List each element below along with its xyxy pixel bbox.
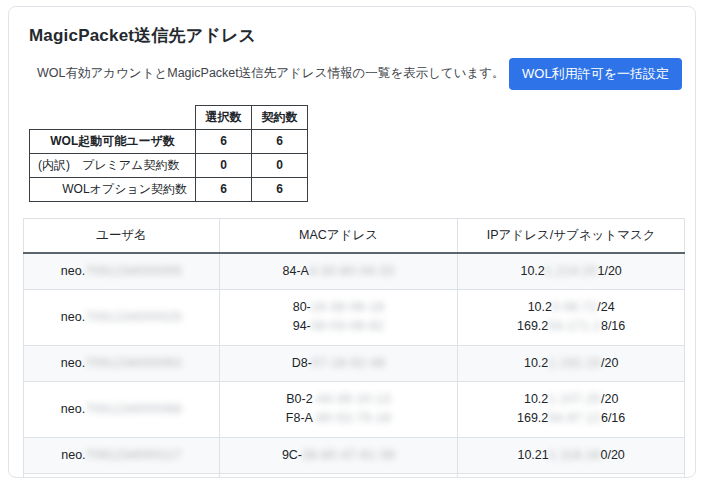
- redacted-text: 7091234000068: [85, 402, 182, 416]
- summary-selected-value: 6: [196, 177, 252, 201]
- summary-header-row: 選択数 契約数: [30, 105, 308, 129]
- mac-cell: 00-1-30-40-38-12: [219, 474, 457, 478]
- summary-col-contracted: 契約数: [252, 105, 308, 129]
- mac-cell: 80-18-38-06-18 94-08-03-08-82: [219, 289, 457, 345]
- summary-col-selected: 選択数: [196, 105, 252, 129]
- summary-label: (内訳) プレミアム契約数: [30, 153, 196, 177]
- address-table-header-row: ユーザ名 MACアドレス IPアドレス/サブネットマスク: [24, 218, 685, 253]
- username-cell: neo.7091234000063: [24, 345, 220, 381]
- summary-row-wol-option: WOLオプション契約数 6 6: [30, 177, 308, 201]
- mac-cell: 9C-38-80-47-81-38: [219, 437, 457, 473]
- username-cell: neo.7091234000140: [24, 474, 220, 478]
- magicpacket-card: MagicPacket送信先アドレス WOL有効アカウントとMagicPacke…: [8, 6, 696, 478]
- redacted-text: 7091234000005: [85, 264, 182, 278]
- redacted-text: 18-38-06-18: [311, 300, 385, 314]
- col-header-ip: IPアドレス/サブネットマスク: [458, 218, 685, 253]
- username-cell: neo.7091234000068: [24, 382, 220, 438]
- redacted-text: 0.98.72: [552, 300, 597, 314]
- mac-cell: B0-2-44-39-10-13 F8-A-80-52-75-18: [219, 382, 457, 438]
- table-row: neo.7091234000068 B0-2-44-39-10-13 F8-A-…: [24, 382, 685, 438]
- redacted-text: 1.118.18: [549, 448, 601, 462]
- summary-corner-cell: [30, 105, 196, 129]
- redacted-text: 54.171.2: [548, 319, 601, 333]
- table-row: neo.7091234000063 D8-07-18-92-48 10.21.1…: [24, 345, 685, 381]
- summary-label: WOL起動可能ユーザ数: [30, 129, 196, 153]
- redacted-text: -80-52-75-18: [313, 411, 391, 425]
- col-header-mac: MACアドレス: [219, 218, 457, 253]
- ip-cell: 172.25.84.96/20: [458, 474, 685, 478]
- username-cell: neo.7091234000117: [24, 437, 220, 473]
- summary-contracted-value: 6: [252, 177, 308, 201]
- page-description: WOL有効アカウントとMagicPacket送信先アドレス情報の一覧を表示してい…: [37, 65, 505, 82]
- redacted-text: -44-39-10-13: [313, 392, 391, 406]
- summary-selected-value: 0: [196, 153, 252, 177]
- redacted-text: 7091234000117: [86, 448, 182, 462]
- page-title: MagicPacket送信先アドレス: [29, 24, 682, 47]
- summary-contracted-value: 6: [252, 129, 308, 153]
- table-row: neo.7091234000117 9C-38-80-47-81-38 10.2…: [24, 437, 685, 473]
- redacted-text: 4-30-80-04-33: [309, 264, 395, 278]
- ip-cell: 10.21.192.15/20: [458, 345, 685, 381]
- ip-cell: 10.20.98.72/24 169.254.171.28/16: [458, 289, 685, 345]
- redacted-text: 7091234000063: [85, 356, 182, 370]
- username-cell: neo.7091234000005: [24, 253, 220, 290]
- redacted-text: 08-03-08-82: [311, 319, 385, 333]
- redacted-text: 7091234000025: [85, 310, 182, 324]
- redacted-text: 1.192.15: [548, 356, 601, 370]
- redacted-text: 38-80-47-81-38: [302, 448, 395, 462]
- table-row: neo.7091234000025 80-18-38-06-18 94-08-0…: [24, 289, 685, 345]
- summary-table: 選択数 契約数 WOL起動可能ユーザ数 6 6 (内訳) プレミアム契約数 0 …: [29, 105, 308, 202]
- username-cell: neo.7091234000025: [24, 289, 220, 345]
- table-row: neo.7091234000005 84-A4-30-80-04-33 10.2…: [24, 253, 685, 290]
- mac-cell: 84-A4-30-80-04-33: [219, 253, 457, 290]
- redacted-text: 07-18-92-48: [312, 356, 386, 370]
- summary-label: WOLオプション契約数: [30, 177, 196, 201]
- table-row: neo.7091234000140 00-1-30-40-38-12 172.2…: [24, 474, 685, 478]
- redacted-text: 54.97.12: [548, 411, 601, 425]
- description-row: WOL有効アカウントとMagicPacket送信先アドレス情報の一覧を表示してい…: [22, 58, 682, 90]
- ip-cell: 10.21.214.201/20: [458, 253, 685, 290]
- col-header-username: ユーザ名: [24, 218, 220, 253]
- ip-cell: 10.211.118.180/20: [458, 437, 685, 473]
- summary-row-wol-users: WOL起動可能ユーザ数 6 6: [30, 129, 308, 153]
- ip-cell: 10.21.107.25/20 169.254.97.126/16: [458, 382, 685, 438]
- summary-contracted-value: 0: [252, 153, 308, 177]
- summary-selected-value: 6: [196, 129, 252, 153]
- redacted-text: 1.107.25: [548, 392, 601, 406]
- address-table: ユーザ名 MACアドレス IPアドレス/サブネットマスク neo.7091234…: [23, 218, 685, 478]
- mac-cell: D8-07-18-92-48: [219, 345, 457, 381]
- wol-bulk-permission-button[interactable]: WOL利用許可を一括設定: [509, 58, 682, 90]
- summary-row-premium: (内訳) プレミアム契約数 0 0: [30, 153, 308, 177]
- redacted-text: 1.214.20: [545, 264, 598, 278]
